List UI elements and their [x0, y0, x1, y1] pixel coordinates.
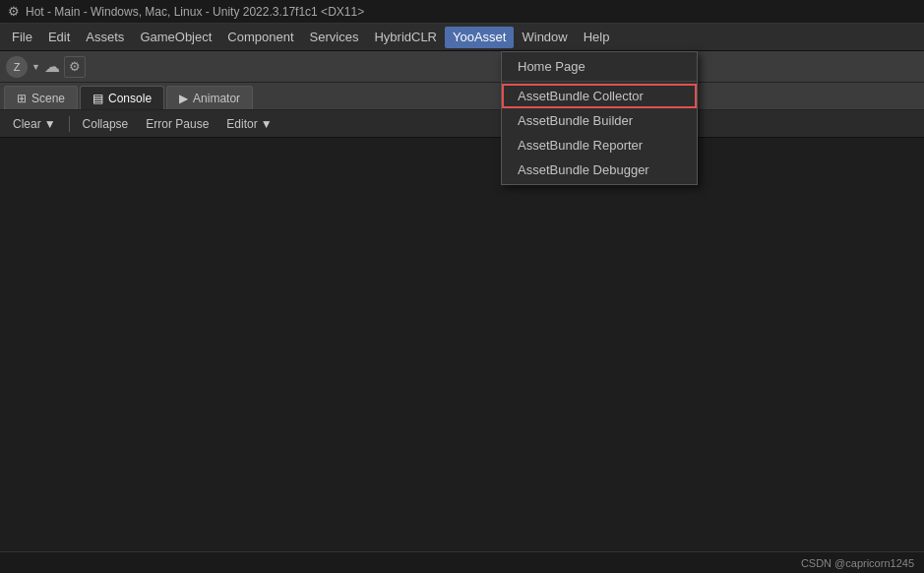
- console-tab-icon: ▤: [92, 92, 103, 105]
- menu-assets[interactable]: Assets: [78, 27, 132, 48]
- menu-services[interactable]: Services: [302, 27, 367, 48]
- clear-label: Clear: [13, 117, 41, 131]
- dropdown-item-builder[interactable]: AssetBundle Builder: [502, 108, 697, 133]
- menu-window[interactable]: Window: [514, 27, 575, 48]
- menu-bar: File Edit Assets GameObject Component Se…: [0, 24, 924, 51]
- main-toolbar: Z ▼ ☁ ⚙: [0, 51, 924, 83]
- dropdown-separator: [502, 81, 697, 82]
- dropdown-item-collector[interactable]: AssetBundle Collector: [502, 84, 697, 108]
- account-area: Z ▼: [6, 56, 40, 78]
- scene-tab-icon: ⊞: [17, 92, 27, 105]
- editor-button[interactable]: Editor ▼: [219, 113, 278, 135]
- animator-tab-label: Animator: [193, 92, 240, 105]
- settings-icon[interactable]: ⚙: [64, 56, 86, 78]
- clear-dropdown-arrow: ▼: [44, 117, 56, 131]
- tab-scene[interactable]: ⊞ Scene: [4, 86, 78, 109]
- main-content: [0, 138, 924, 551]
- menu-yooasset[interactable]: YooAsset: [445, 27, 514, 48]
- collapse-button[interactable]: Collapse: [76, 113, 136, 135]
- console-tab-label: Console: [108, 92, 152, 105]
- scene-tab-label: Scene: [31, 92, 65, 105]
- status-bar: CSDN @capricorn1245: [0, 551, 924, 573]
- dropdown-item-reporter[interactable]: AssetBundle Reporter: [502, 133, 697, 158]
- error-pause-label: Error Pause: [146, 117, 209, 131]
- tab-bar: ⊞ Scene ▤ Console ▶ Animator: [0, 83, 924, 110]
- clear-button[interactable]: Clear ▼: [6, 113, 63, 135]
- menu-gameobject[interactable]: GameObject: [132, 27, 219, 48]
- account-dropdown-arrow[interactable]: ▼: [31, 62, 40, 72]
- dropdown-item-homepage[interactable]: Home Page: [502, 54, 697, 79]
- yooasset-dropdown: Home Page AssetBundle Collector AssetBun…: [501, 51, 698, 185]
- collapse-label: Collapse: [83, 117, 129, 131]
- status-text: CSDN @capricorn1245: [801, 557, 914, 569]
- dropdown-item-debugger[interactable]: AssetBundle Debugger: [502, 158, 697, 182]
- menu-hybridclr[interactable]: HybridCLR: [366, 27, 445, 48]
- animator-tab-icon: ▶: [179, 92, 188, 105]
- tab-animator[interactable]: ▶ Animator: [166, 86, 253, 109]
- editor-dropdown-arrow: ▼: [261, 117, 273, 131]
- unity-icon: ⚙: [8, 4, 20, 19]
- menu-file[interactable]: File: [4, 27, 40, 48]
- cloud-icon[interactable]: ☁: [44, 57, 60, 76]
- menu-help[interactable]: Help: [576, 27, 618, 48]
- menu-edit[interactable]: Edit: [40, 27, 78, 48]
- editor-label: Editor: [226, 117, 257, 131]
- menu-component[interactable]: Component: [219, 27, 301, 48]
- title-bar: ⚙ Hot - Main - Windows, Mac, Linux - Uni…: [0, 0, 924, 24]
- tab-console[interactable]: ▤ Console: [80, 86, 164, 109]
- avatar: Z: [6, 56, 28, 78]
- console-toolbar: Clear ▼ Collapse Error Pause Editor ▼: [0, 110, 924, 138]
- title-text: Hot - Main - Windows, Mac, Linux - Unity…: [26, 5, 364, 19]
- error-pause-button[interactable]: Error Pause: [139, 113, 216, 135]
- toolbar-divider-1: [69, 116, 70, 132]
